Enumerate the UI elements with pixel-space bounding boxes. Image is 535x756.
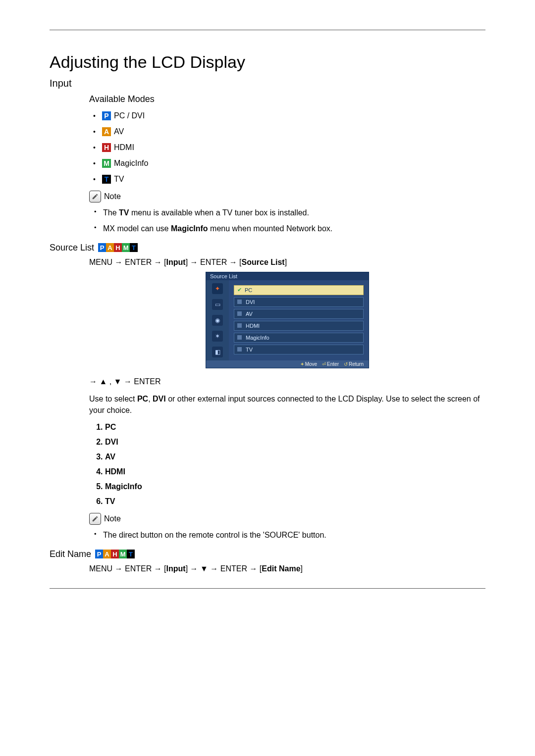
menu-path: MENU → ENTER → [Input] → ▼ → ENTER → [Ed… — [89, 564, 485, 573]
mode-label: MagicInfo — [114, 159, 148, 168]
section-source-list-content: MENU → ENTER → [Input] → ENTER → [Source… — [89, 258, 485, 541]
note-label: Note — [104, 514, 121, 523]
h-icon: H — [111, 550, 119, 558]
list-item: PC — [105, 423, 485, 432]
osd-title: Source List — [206, 272, 369, 280]
list-item: HDMI — [105, 467, 485, 476]
mode-item-magicinfo: M MagicInfo — [93, 159, 485, 168]
p-icon: P — [95, 550, 103, 558]
available-modes-heading: Available Modes — [89, 94, 485, 104]
section-input-content: Available Modes P PC / DVI A AV H HDMI M… — [89, 94, 485, 235]
osd-footer: ✦Move ⏎Enter ↺Return — [206, 360, 369, 368]
note-item: The TV menu is available when a TV tuner… — [94, 207, 485, 218]
mode-label: AV — [114, 127, 124, 136]
available-modes-list: P PC / DVI A AV H HDMI M MagicInfo T TV — [93, 111, 485, 184]
pahmt-strip: P A H M T — [98, 243, 138, 252]
m-icon: M — [119, 550, 127, 558]
osd-item-hdmi: HDMI — [234, 321, 364, 331]
note-box: Note — [89, 513, 485, 525]
osd-main: ✔PC DVI AV HDMI MagicInfo TV — [229, 280, 369, 360]
osd-screenshot: Source List ✦ ▭ ◉ ✶ ◧ ✔PC DVI AV HDMI — [206, 272, 369, 368]
note-item: MX model can use MagicInfo menu when mou… — [94, 223, 485, 234]
mode-item-hdmi: H HDMI — [93, 143, 485, 152]
source-list-label: Source List — [50, 243, 94, 253]
note-list: The direct button on the remote control … — [94, 530, 485, 541]
subsection-edit-name-heading: Edit Name P A H M T — [50, 549, 485, 559]
m-icon: M — [102, 159, 111, 168]
a-icon: A — [103, 550, 111, 558]
edit-name-label: Edit Name — [50, 549, 91, 559]
sidebar-input-icon: ✦ — [212, 283, 223, 294]
bottom-divider — [50, 588, 485, 589]
check-icon: ✔ — [237, 287, 242, 293]
bold-tv: TV — [119, 208, 129, 217]
t-icon: T — [102, 175, 111, 184]
source-list-description: Use to select PC, DVI or other external … — [89, 393, 485, 416]
pencil-icon — [89, 191, 101, 202]
osd-item-pc: ✔PC — [234, 285, 364, 295]
osd-item-tv: TV — [234, 345, 364, 354]
osd-item-av: AV — [234, 309, 364, 319]
note-box: Note — [89, 191, 485, 202]
osd-sidebar: ✦ ▭ ◉ ✶ ◧ — [206, 280, 229, 360]
subsection-source-list-heading: Source List P A H M T — [50, 243, 485, 253]
pencil-icon — [89, 513, 101, 525]
section-input-heading: Input — [50, 78, 485, 89]
a-icon: A — [106, 243, 114, 252]
p-icon: P — [98, 243, 106, 252]
t-icon: T — [127, 550, 135, 558]
osd-item-magicinfo: MagicInfo — [234, 333, 364, 343]
page-title: Adjusting the LCD Display — [50, 52, 485, 72]
list-item: TV — [105, 497, 485, 506]
mode-item-pc: P PC / DVI — [93, 111, 485, 120]
sidebar-setup-icon: ✶ — [212, 331, 223, 342]
t-icon: T — [130, 243, 138, 252]
list-item: MagicInfo — [105, 482, 485, 491]
a-icon: A — [102, 127, 111, 136]
bold-magicinfo: MagicInfo — [171, 224, 208, 233]
mode-item-tv: T TV — [93, 175, 485, 184]
section-edit-name-content: MENU → ENTER → [Input] → ▼ → ENTER → [Ed… — [89, 564, 485, 573]
top-divider — [50, 30, 485, 30]
list-item: AV — [105, 453, 485, 461]
sidebar-multi-icon: ◧ — [212, 347, 223, 357]
source-ordered-list: PC DVI AV HDMI MagicInfo TV — [89, 423, 485, 506]
arrow-nav-line: → ▲ , ▼ → ENTER — [89, 377, 485, 386]
list-item: DVI — [105, 438, 485, 447]
p-icon: P — [102, 111, 111, 120]
sidebar-sound-icon: ◉ — [212, 315, 223, 326]
note-item: The direct button on the remote control … — [94, 530, 485, 541]
h-icon: H — [114, 243, 122, 252]
pahmt-strip: P A H M T — [95, 550, 135, 558]
mode-label: PC / DVI — [114, 111, 145, 120]
m-icon: M — [122, 243, 130, 252]
osd-item-dvi: DVI — [234, 297, 364, 307]
mode-label: TV — [114, 175, 124, 184]
mode-label: HDMI — [114, 143, 134, 152]
sidebar-picture-icon: ▭ — [212, 299, 223, 310]
manual-page: Adjusting the LCD Display Input Availabl… — [0, 0, 535, 612]
menu-path: MENU → ENTER → [Input] → ENTER → [Source… — [89, 258, 485, 267]
mode-item-av: A AV — [93, 127, 485, 136]
note-list: The TV menu is available when a TV tuner… — [94, 207, 485, 235]
h-icon: H — [102, 143, 111, 152]
note-label: Note — [104, 192, 121, 201]
